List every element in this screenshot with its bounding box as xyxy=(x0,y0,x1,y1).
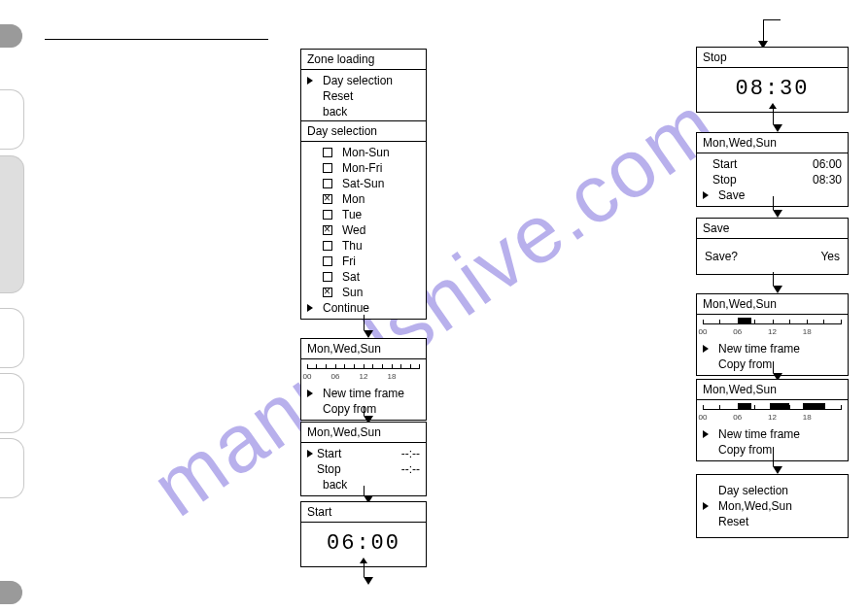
header-rule xyxy=(45,39,268,40)
menu-item-label: Reset xyxy=(718,514,748,529)
pointer-icon xyxy=(703,502,709,510)
timeline-ruler: 00 06 12 18 xyxy=(703,320,842,341)
panel-title: Stop xyxy=(697,48,848,68)
side-tab xyxy=(0,155,24,293)
row-value: 06:00 xyxy=(813,156,842,172)
time-display[interactable]: 08:30 xyxy=(703,71,842,103)
checkbox-sun[interactable]: Sun xyxy=(307,285,420,300)
menu-item-day-selection[interactable]: Day selection xyxy=(307,73,420,88)
menu-item-day-selection[interactable]: Day selection xyxy=(703,483,842,498)
time-display[interactable]: 06:00 xyxy=(307,526,420,558)
menu-item-new-timeframe[interactable]: New time frame xyxy=(703,341,842,356)
menu-item-new-timeframe[interactable]: New time frame xyxy=(307,386,420,401)
checkbox-tue[interactable]: Tue xyxy=(307,207,420,222)
menu-item-continue[interactable]: Continue xyxy=(307,300,420,316)
time-bar xyxy=(738,403,751,409)
panel-title: Mon,Wed,Sun xyxy=(697,133,848,153)
pointer-icon xyxy=(703,345,709,353)
prompt-text: Save? xyxy=(705,249,738,264)
tick-label: 18 xyxy=(803,413,812,422)
tick-label: 06 xyxy=(733,413,742,422)
menu-item-label: Copy from xyxy=(718,442,772,458)
side-tab xyxy=(0,308,24,368)
checkbox-icon xyxy=(323,194,332,204)
row-value: --:-- xyxy=(401,446,420,461)
checkbox-icon xyxy=(323,163,332,173)
checkbox-mon[interactable]: Mon xyxy=(307,191,420,207)
side-tab xyxy=(0,438,24,498)
checkbox-icon xyxy=(323,241,332,251)
row-start[interactable]: Start06:00 xyxy=(703,156,842,172)
panel-title: Mon,Wed,Sun xyxy=(301,423,426,443)
checkbox-thu[interactable]: Thu xyxy=(307,238,420,254)
menu-item-label: New time frame xyxy=(323,386,404,401)
timeline-ruler: 00 06 12 18 xyxy=(307,364,420,386)
save-prompt[interactable]: Save?Yes xyxy=(705,249,840,264)
row-value: 08:30 xyxy=(813,172,842,187)
checkbox-label: Sat-Sun xyxy=(342,176,384,191)
panel-final-menu: Day selection Mon,Wed,Sun Reset xyxy=(696,474,849,538)
pointer-icon xyxy=(307,77,313,85)
panel-title: Save xyxy=(697,219,848,239)
panel-day-selection: Day selection Mon-Sun Mon-Fri Sat-Sun Mo… xyxy=(300,120,427,320)
checkbox-sat[interactable]: Sat xyxy=(307,269,420,285)
menu-item-label: Day selection xyxy=(718,483,788,498)
checkbox-label: Mon-Sun xyxy=(342,145,390,160)
row-value: --:-- xyxy=(401,461,420,477)
panel-title: Start xyxy=(301,502,426,523)
checkbox-icon xyxy=(323,272,332,282)
checkbox-fri[interactable]: Fri xyxy=(307,254,420,269)
menu-item-back[interactable]: back xyxy=(307,104,420,119)
row-stop[interactable]: Stop--:-- xyxy=(307,461,420,477)
row-key: Start xyxy=(317,446,341,461)
panel-zone-loading: Zone loading Day selection Reset back xyxy=(300,49,427,123)
row-key: Stop xyxy=(317,461,341,477)
time-bar xyxy=(738,318,751,323)
menu-item-reset[interactable]: Reset xyxy=(703,514,842,529)
menu-item-mws[interactable]: Mon,Wed,Sun xyxy=(703,498,842,514)
menu-item-label: Copy from xyxy=(323,401,376,417)
checkbox-label: Sat xyxy=(342,269,360,285)
menu-item-label: back xyxy=(323,104,347,119)
checkbox-label: Wed xyxy=(342,222,365,238)
menu-item-label: New time frame xyxy=(718,341,800,356)
checkbox-icon xyxy=(323,225,332,235)
checkbox-label: Fri xyxy=(342,254,356,269)
timeline-ruler: 00 06 12 18 xyxy=(703,405,842,426)
checkbox-sat-sun[interactable]: Sat-Sun xyxy=(307,176,420,191)
row-stop[interactable]: Stop08:30 xyxy=(703,172,842,187)
tick-label: 06 xyxy=(331,372,340,381)
tick-label: 06 xyxy=(733,327,742,336)
side-tab xyxy=(0,89,24,150)
menu-item-label: Reset xyxy=(323,88,353,104)
panel-title: Zone loading xyxy=(301,50,426,70)
pointer-icon xyxy=(307,390,313,397)
row-key: back xyxy=(323,477,347,492)
checkbox-mon-fri[interactable]: Mon-Fri xyxy=(307,160,420,176)
tick-label: 12 xyxy=(768,413,777,422)
checkbox-wed[interactable]: Wed xyxy=(307,222,420,238)
pointer-icon xyxy=(307,304,313,312)
pointer-icon xyxy=(307,450,313,458)
checkbox-label: Mon xyxy=(342,191,365,207)
menu-item-label: Copy from xyxy=(718,356,772,372)
menu-item-label: Mon,Wed,Sun xyxy=(718,498,792,514)
tick-label: 00 xyxy=(303,372,312,381)
checkbox-label: Sun xyxy=(342,285,363,300)
panel-stop-time: Stop 08:30 xyxy=(696,47,849,113)
checkbox-icon xyxy=(323,179,332,188)
menu-item-reset[interactable]: Reset xyxy=(307,88,420,104)
panel-title: Mon,Wed,Sun xyxy=(301,339,426,359)
tick-label: 18 xyxy=(803,327,812,336)
row-key: Save xyxy=(718,187,745,203)
pointer-icon xyxy=(703,191,709,199)
row-start[interactable]: Start--:-- xyxy=(307,446,420,461)
tick-label: 12 xyxy=(360,372,368,381)
checkbox-mon-sun[interactable]: Mon-Sun xyxy=(307,145,420,160)
tick-label: 12 xyxy=(768,327,777,336)
menu-item-new-timeframe[interactable]: New time frame xyxy=(703,426,842,442)
watermark-text: manualshive.com xyxy=(135,77,734,535)
panel-save: Save Save?Yes xyxy=(696,218,849,275)
checkbox-icon xyxy=(323,288,332,297)
side-tab xyxy=(0,24,22,48)
